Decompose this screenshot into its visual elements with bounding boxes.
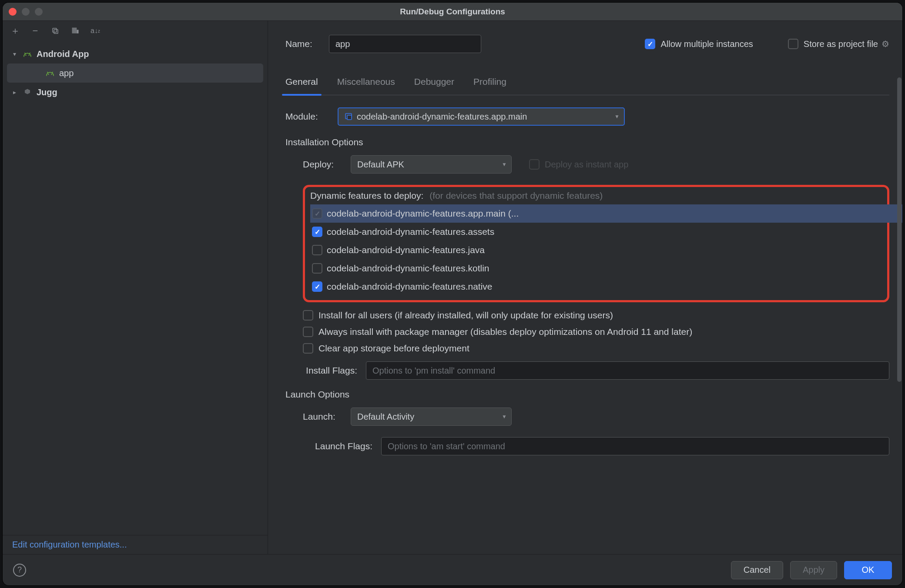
sidebar-footer: Edit configuration templates... [3, 535, 268, 554]
checkbox-icon [529, 159, 540, 170]
install-options-checks: Install for all users (if already instal… [303, 310, 889, 354]
dynamic-feature-item[interactable]: codelab-android-dynamic-features.kotlin [310, 259, 882, 277]
ok-button[interactable]: OK [844, 561, 892, 579]
titlebar: Run/Debug Configurations [3, 3, 902, 21]
dialog-body: ＋ − a↓z ▾ Android App [3, 21, 902, 554]
tab-profiling[interactable]: Profiling [473, 77, 506, 95]
scrollbar-thumb[interactable] [897, 77, 902, 382]
svg-point-7 [51, 74, 52, 74]
dynamic-features-hint: (for devices that support dynamic featur… [429, 190, 603, 201]
name-label: Name: [285, 39, 329, 49]
dynamic-feature-item[interactable]: codelab-android-dynamic-features.java [310, 241, 882, 259]
checkbox-icon [312, 227, 322, 237]
dialog-button-bar: ? Cancel Apply OK [3, 554, 902, 585]
svg-line-8 [47, 72, 48, 73]
store-as-project-checkbox[interactable]: Store as project file [788, 39, 878, 49]
chevron-down-icon: ▾ [10, 50, 18, 57]
tree-label: Android App [37, 49, 89, 59]
tree-group-jugg[interactable]: ▸ Jugg [7, 83, 263, 102]
installation-options-title: Installation Options [285, 137, 889, 147]
checkbox-label: Clear app storage before deployment [318, 343, 469, 354]
chevron-down-icon: ▼ [502, 414, 507, 420]
config-main: Name: Allow multiple instances Store as … [268, 21, 902, 554]
tree-label: app [59, 68, 74, 78]
install-all-users-checkbox[interactable]: Install for all users (if already instal… [303, 310, 889, 321]
sort-config-icon[interactable]: a↓z [90, 26, 100, 36]
tree-group-android-app[interactable]: ▾ Android App [7, 44, 263, 63]
tab-debugger[interactable]: Debugger [414, 77, 454, 95]
deploy-select[interactable]: Default APK ▼ [351, 155, 512, 174]
dynamic-feature-item[interactable]: codelab-android-dynamic-features.native [310, 277, 882, 296]
checkbox-label: Install for all users (if already instal… [318, 310, 613, 321]
launch-block: Launch: Default Activity ▼ Launch Flags: [285, 408, 889, 455]
checkbox-icon [303, 327, 313, 337]
android-icon [45, 68, 55, 78]
checkbox-label: Deploy as instant app [545, 160, 628, 170]
module-icon [345, 112, 353, 121]
help-button[interactable]: ? [13, 564, 26, 577]
apply-button[interactable]: Apply [790, 561, 837, 579]
checkbox-icon [312, 281, 322, 292]
copy-config-icon[interactable] [50, 26, 60, 36]
add-config-icon[interactable]: ＋ [10, 26, 20, 36]
tree-label: Jugg [37, 87, 57, 97]
gear-icon[interactable]: ⚙ [882, 39, 889, 49]
edit-templates-link[interactable]: Edit configuration templates... [12, 540, 127, 549]
deploy-instant-checkbox: Deploy as instant app [529, 159, 628, 170]
config-sidebar: ＋ − a↓z ▾ Android App [3, 21, 268, 554]
install-flags-label: Install Flags: [285, 365, 357, 376]
dynamic-feature-label: codelab-android-dynamic-features.native [327, 281, 493, 292]
launch-options-title: Launch Options [285, 389, 889, 400]
tabs: General Miscellaneous Debugger Profiling [285, 77, 889, 95]
svg-rect-1 [53, 28, 57, 32]
cancel-button[interactable]: Cancel [731, 561, 783, 579]
tab-general[interactable]: General [285, 77, 318, 95]
clear-storage-checkbox[interactable]: Clear app storage before deployment [303, 343, 889, 354]
svg-point-3 [29, 55, 29, 55]
module-value: codelab-android-dynamic-features.app.mai… [357, 112, 527, 122]
dynamic-features-label: Dynamic features to deploy: [310, 190, 423, 201]
dynamic-feature-label: codelab-android-dynamic-features.assets [327, 227, 494, 237]
dynamic-feature-label: codelab-android-dynamic-features.kotlin [327, 263, 489, 274]
svg-line-5 [30, 53, 30, 54]
module-select[interactable]: codelab-android-dynamic-features.app.mai… [338, 107, 625, 126]
launch-select[interactable]: Default Activity ▼ [351, 408, 512, 426]
checkbox-icon [303, 343, 313, 354]
dynamic-feature-item[interactable]: codelab-android-dynamic-features.app.mai… [310, 204, 902, 223]
svg-line-4 [25, 53, 26, 54]
dynamic-features-header: Dynamic features to deploy: (for devices… [310, 190, 882, 201]
checkbox-icon [312, 263, 322, 274]
checkbox-icon [303, 310, 313, 321]
deploy-value: Default APK [357, 160, 404, 170]
checkbox-label: Store as project file [804, 39, 878, 49]
chevron-down-icon: ▼ [502, 161, 507, 167]
install-flags-input[interactable] [366, 361, 889, 380]
svg-rect-0 [54, 30, 58, 33]
install-flags-row: Install Flags: [285, 361, 889, 380]
module-row: Module: codelab-android-dynamic-features… [285, 107, 889, 126]
config-name-input[interactable] [329, 35, 481, 53]
deploy-label: Deploy: [303, 159, 351, 170]
tree-item-app[interactable]: app [7, 63, 263, 83]
window-title: Run/Debug Configurations [3, 7, 902, 17]
launch-row: Launch: Default Activity ▼ [303, 408, 889, 426]
launch-label: Launch: [303, 411, 351, 422]
chevron-down-icon: ▼ [614, 114, 620, 120]
save-config-icon[interactable] [70, 26, 80, 36]
dynamic-feature-label: codelab-android-dynamic-features.app.mai… [327, 208, 519, 219]
launch-flags-row: Launch Flags: [285, 437, 889, 455]
launch-flags-label: Launch Flags: [285, 441, 372, 451]
tab-miscellaneous[interactable]: Miscellaneous [337, 77, 395, 95]
allow-multiple-checkbox[interactable]: Allow multiple instances [645, 39, 753, 49]
run-debug-config-window: Run/Debug Configurations ＋ − a↓z ▾ [3, 3, 902, 585]
dynamic-feature-item[interactable]: codelab-android-dynamic-features.assets [310, 223, 882, 241]
checkbox-label: Always install with package manager (dis… [318, 327, 692, 337]
launch-flags-input[interactable] [381, 437, 889, 455]
always-package-manager-checkbox[interactable]: Always install with package manager (dis… [303, 327, 889, 337]
config-tree: ▾ Android App app ▸ [3, 41, 268, 535]
main-scroll[interactable]: Name: Allow multiple instances Store as … [268, 21, 902, 554]
remove-config-icon[interactable]: − [30, 26, 40, 36]
name-row: Name: Allow multiple instances Store as … [285, 35, 889, 53]
checkbox-icon [312, 245, 322, 255]
checkbox-label: Allow multiple instances [660, 39, 753, 49]
